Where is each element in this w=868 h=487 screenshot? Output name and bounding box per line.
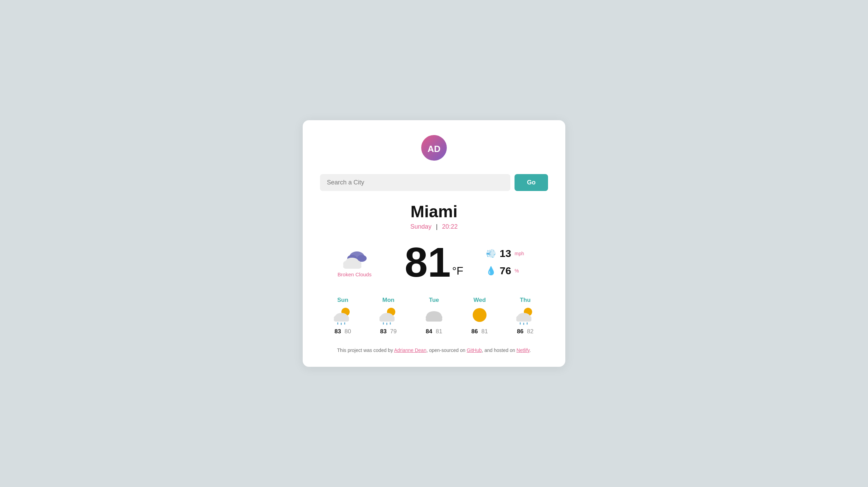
svg-rect-22 xyxy=(383,322,384,325)
weather-card: AD Go Miami Sunday | 20:22 Bro xyxy=(303,120,565,367)
forecast-icon xyxy=(378,306,399,325)
svg-point-29 xyxy=(473,308,487,322)
day-label: Sunday xyxy=(411,223,432,230)
footer-text-after: , and hosted on xyxy=(482,347,516,353)
forecast-day-label: Thu xyxy=(520,297,530,304)
forecast-row: Sun 8380Mon xyxy=(320,297,548,335)
svg-rect-8 xyxy=(343,264,361,269)
temperature-unit: °F xyxy=(452,265,463,277)
search-row: Go xyxy=(320,174,548,191)
svg-rect-28 xyxy=(426,317,442,322)
forecast-icon xyxy=(332,306,353,325)
svg-rect-36 xyxy=(523,323,524,325)
forecast-icon xyxy=(469,306,490,325)
svg-rect-21 xyxy=(379,318,395,322)
date-time: Sunday | 20:22 xyxy=(320,223,548,230)
forecast-day-item: Wed 8681 xyxy=(459,297,500,335)
svg-rect-14 xyxy=(337,322,338,325)
forecast-high: 86 xyxy=(471,328,478,335)
forecast-high: 83 xyxy=(334,328,341,335)
forecast-day-item: Tue 8481 xyxy=(413,297,455,335)
svg-rect-15 xyxy=(341,323,342,325)
forecast-temps: 8380 xyxy=(334,328,351,335)
condition-label: Broken Clouds xyxy=(338,271,371,277)
app-logo: AD xyxy=(420,134,448,162)
separator: | xyxy=(436,223,438,230)
footer: This project was coded by Adrianne Dean,… xyxy=(320,347,548,353)
wind-value: 13 xyxy=(500,248,511,259)
city-name: Miami xyxy=(320,202,548,221)
logo-container: AD xyxy=(320,134,548,162)
humidity-icon: 💧 xyxy=(486,266,496,276)
humidity-unit: % xyxy=(515,268,519,274)
forecast-high: 83 xyxy=(380,328,387,335)
svg-rect-35 xyxy=(520,322,521,325)
forecast-day-label: Wed xyxy=(473,297,486,304)
svg-rect-37 xyxy=(527,322,528,325)
forecast-high: 84 xyxy=(426,328,432,335)
humidity-row: 💧 76 % xyxy=(486,265,541,277)
condition-section: Broken Clouds xyxy=(327,247,382,277)
footer-text-before: This project was coded by xyxy=(337,347,394,353)
forecast-low: 81 xyxy=(436,328,442,335)
forecast-temps: 8481 xyxy=(426,328,442,335)
footer-host-link[interactable]: Netlify xyxy=(517,347,530,353)
svg-rect-23 xyxy=(386,323,387,325)
time-label: 20:22 xyxy=(442,223,457,230)
broken-clouds-icon xyxy=(339,247,370,271)
weather-main: Broken Clouds 81°F 💨 13 mph 💧 76 % xyxy=(320,241,548,283)
footer-author-link[interactable]: Adrianne Dean xyxy=(394,347,426,353)
forecast-temps: 8379 xyxy=(380,328,397,335)
forecast-low: 81 xyxy=(481,328,488,335)
forecast-day-item: Sun 8380 xyxy=(322,297,364,335)
forecast-day-label: Sun xyxy=(337,297,348,304)
wind-row: 💨 13 mph xyxy=(486,248,541,259)
forecast-day-label: Mon xyxy=(383,297,395,304)
forecast-low: 80 xyxy=(345,328,351,335)
go-button[interactable]: Go xyxy=(515,174,548,191)
temperature-value: 81 xyxy=(405,241,451,283)
forecast-temps: 8682 xyxy=(517,328,534,335)
forecast-icon xyxy=(424,306,444,325)
forecast-day-item: Thu 8682 xyxy=(504,297,546,335)
wind-unit: mph xyxy=(515,251,524,256)
wind-icon: 💨 xyxy=(486,249,496,258)
forecast-low: 79 xyxy=(390,328,397,335)
footer-period: . xyxy=(530,347,531,353)
svg-rect-16 xyxy=(344,322,345,325)
svg-text:AD: AD xyxy=(427,144,441,154)
forecast-high: 86 xyxy=(517,328,523,335)
footer-github-link[interactable]: GitHub xyxy=(467,347,482,353)
forecast-temps: 8681 xyxy=(471,328,488,335)
forecast-day-item: Mon 8379 xyxy=(368,297,409,335)
forecast-icon xyxy=(515,306,536,325)
forecast-day-label: Tue xyxy=(429,297,439,304)
stats-section: 💨 13 mph 💧 76 % xyxy=(486,248,541,277)
search-input[interactable] xyxy=(320,174,510,191)
svg-rect-13 xyxy=(334,318,349,322)
temperature-section: 81°F xyxy=(405,241,463,283)
svg-rect-24 xyxy=(390,322,391,325)
footer-text-middle: , open-sourced on xyxy=(426,347,467,353)
forecast-low: 82 xyxy=(527,328,534,335)
humidity-value: 76 xyxy=(500,265,511,277)
svg-rect-34 xyxy=(516,318,531,322)
